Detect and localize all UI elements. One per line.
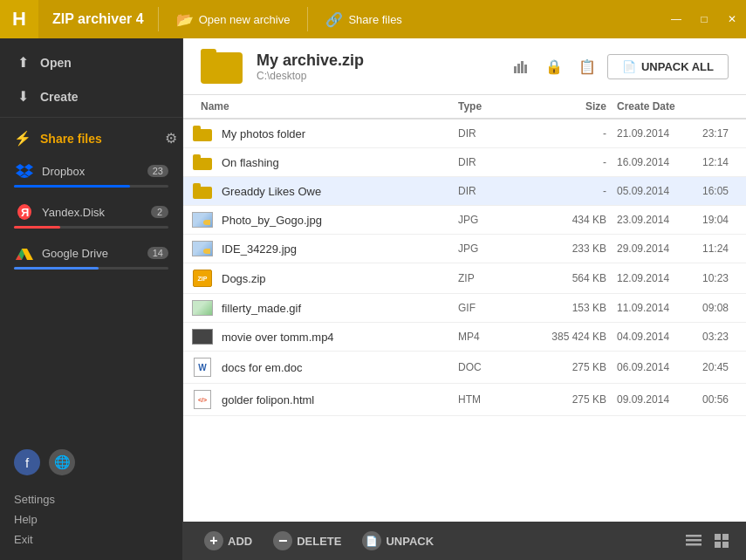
app-logo: H: [0, 0, 38, 38]
list-view-button[interactable]: [680, 527, 708, 555]
window-controls: — □ ✕: [662, 0, 746, 38]
file-size: -: [528, 156, 606, 168]
table-row[interactable]: </> golder folipon.html HTM 275 KB 09.09…: [183, 384, 746, 416]
table-row[interactable]: fillerty_made.gif GIF 153 KB 11.09.2014 …: [183, 294, 746, 323]
file-list-header: Name Type Size Create Date: [183, 95, 746, 120]
unpack-button[interactable]: 📄 UNPACK: [352, 526, 444, 556]
file-time: 20:45: [702, 361, 746, 373]
bottom-toolbar: + ADD − DELETE 📄 UNPACK: [183, 522, 746, 560]
sidebar-item-create[interactable]: ⬇ Create: [0, 79, 182, 113]
table-row[interactable]: W docs for em.doc DOC 275 KB 06.09.2014 …: [183, 352, 746, 384]
maximize-button[interactable]: □: [690, 0, 718, 38]
file-type: JPG: [458, 242, 528, 255]
file-icon-cell: [183, 126, 222, 141]
file-date: 21.09.2014: [606, 127, 702, 140]
grid-view-button[interactable]: [708, 527, 736, 555]
file-type: HTM: [458, 393, 528, 406]
google-drive-bar: [14, 267, 99, 270]
table-row[interactable]: My photos folder DIR - 21.09.2014 23:17: [183, 120, 746, 148]
table-row[interactable]: On flashing DIR - 16.09.2014 12:14: [183, 148, 746, 177]
gif-icon: [192, 300, 213, 316]
dropbox-badge: 23: [147, 165, 168, 177]
file-time: 19:04: [702, 214, 746, 226]
zip-icon: ZIP: [193, 270, 212, 287]
minimize-button[interactable]: —: [662, 0, 690, 38]
share-files-label: Share files: [348, 13, 401, 26]
file-size: 275 KB: [528, 361, 606, 373]
share-icon: 🔗: [325, 11, 343, 28]
dropbox-bar-bg: [14, 185, 168, 188]
file-name: Greaddy Likes Owe: [222, 185, 458, 198]
file-icon-cell: W: [183, 358, 222, 377]
file-size: 434 KB: [528, 214, 606, 226]
create-label: Create: [40, 90, 79, 104]
stats-button[interactable]: [508, 53, 534, 79]
sidebar-item-share[interactable]: ⚡ Share files ⚙: [0, 121, 182, 155]
logo-letter: H: [12, 8, 26, 31]
file-name: golder folipon.html: [222, 393, 458, 406]
open-archive-button[interactable]: 📂 Open new archive: [159, 0, 308, 38]
yandex-badge: 2: [151, 206, 168, 218]
file-name: movie over tomm.mp4: [222, 331, 458, 344]
sidebar-item-dropbox[interactable]: Dropbox 23: [0, 155, 182, 196]
titlebar: H ZIP archiver 4 📂 Open new archive 🔗 Sh…: [0, 0, 746, 38]
delete-icon: −: [273, 531, 292, 550]
share-files-button[interactable]: 🔗 Share files: [308, 0, 419, 38]
unpack-all-button[interactable]: 📄 UNPACK ALL: [607, 54, 729, 79]
add-icon: +: [204, 531, 223, 550]
jpg-icon: [192, 241, 213, 256]
sidebar-item-yandex[interactable]: Я Yandex.Disk 2: [0, 196, 182, 237]
archive-header: My archive.zip C:\desktop 🔒 📋 📄 UNPACK: [183, 38, 746, 95]
exit-link[interactable]: Exit: [14, 529, 168, 550]
close-button[interactable]: ✕: [718, 0, 746, 38]
table-row[interactable]: Greaddy Likes Owe DIR - 05.09.2014 16:05: [183, 177, 746, 206]
file-type: DOC: [458, 361, 528, 373]
file-time: 11:24: [702, 242, 746, 255]
table-row[interactable]: ZIP Dogs.zip ZIP 564 KB 12.09.2014 10:23: [183, 263, 746, 294]
archive-toolbar: 🔒 📋 📄 UNPACK ALL: [508, 53, 729, 79]
share-files-icon: ⚡: [14, 130, 31, 147]
file-type: ZIP: [458, 272, 528, 284]
facebook-icon[interactable]: f: [14, 449, 40, 475]
col-date-header: Create Date: [606, 100, 702, 113]
file-date: 06.09.2014: [606, 361, 702, 373]
svg-rect-6: [514, 66, 517, 73]
share-settings-icon[interactable]: ⚙: [165, 130, 177, 147]
sidebar: ⬆ Open ⬇ Create ⚡ Share files ⚙: [0, 38, 183, 560]
file-time: 12:14: [702, 156, 746, 168]
file-name: fillerty_made.gif: [222, 302, 458, 315]
add-button[interactable]: + ADD: [194, 526, 263, 556]
file-name: IDE_34229.jpg: [222, 242, 458, 256]
table-row[interactable]: Photo_by_Gogo.jpg JPG 434 KB 23.09.2014 …: [183, 206, 746, 235]
svg-text:Я: Я: [21, 206, 29, 219]
delete-label: DELETE: [297, 535, 341, 548]
file-size: -: [528, 127, 606, 140]
google-drive-bar-bg: [14, 267, 168, 270]
file-size: 153 KB: [528, 302, 606, 314]
table-row[interactable]: movie over tomm.mp4 MP4 385 424 KB 04.09…: [183, 323, 746, 352]
sidebar-bottom: f 🌐 Settings Help Exit: [0, 439, 182, 560]
yandex-label: Yandex.Disk: [42, 206, 144, 219]
settings-link[interactable]: Settings: [14, 489, 168, 509]
file-date: 12.09.2014: [606, 272, 702, 284]
file-date: 29.09.2014: [606, 242, 702, 255]
file-size: 385 424 KB: [528, 331, 606, 343]
dropbox-icon: [14, 160, 35, 181]
file-type: DIR: [458, 156, 528, 168]
sidebar-item-open[interactable]: ⬆ Open: [0, 45, 182, 79]
lock-button[interactable]: 🔒: [541, 53, 567, 79]
jpg-icon: [192, 212, 213, 228]
unpack-all-label: UNPACK ALL: [641, 60, 714, 73]
main-layout: ⬆ Open ⬇ Create ⚡ Share files ⚙: [0, 38, 746, 560]
delete-button[interactable]: − DELETE: [263, 526, 352, 556]
website-icon[interactable]: 🌐: [49, 449, 75, 475]
sidebar-item-google-drive[interactable]: Google Drive 14: [0, 237, 182, 278]
dropbox-bar: [14, 185, 130, 188]
svg-rect-15: [715, 542, 721, 548]
table-row[interactable]: IDE_34229.jpg JPG 233 KB 29.09.2014 11:2…: [183, 235, 746, 263]
file-size: 564 KB: [528, 272, 606, 284]
sidebar-divider1: [0, 117, 182, 118]
share-files-nav-label: Share files: [40, 132, 102, 146]
copy-button[interactable]: 📋: [574, 53, 600, 79]
help-link[interactable]: Help: [14, 509, 168, 529]
